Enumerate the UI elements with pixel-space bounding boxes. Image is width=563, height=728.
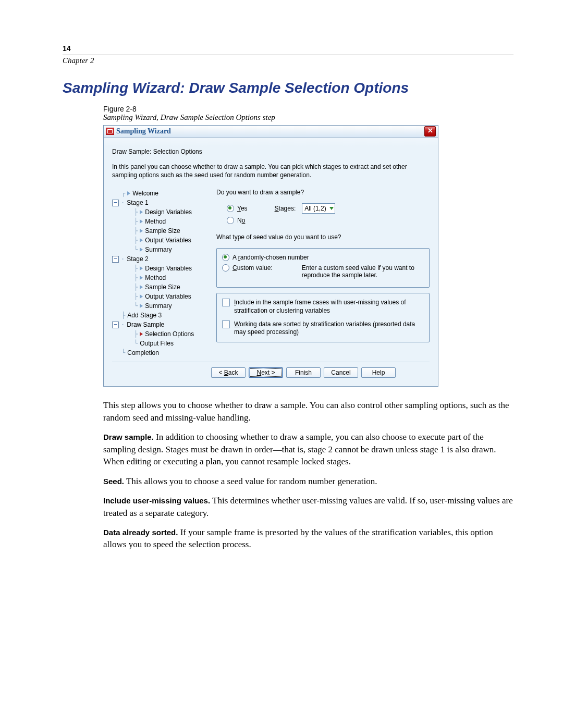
title-bar: Sampling Wizard ✕	[104, 126, 438, 138]
wizard-tree: ┌Welcome −·Stage 1 ├Design Variables ├Me…	[112, 189, 202, 357]
tree-output-variables[interactable]: Output Variables	[145, 236, 191, 245]
app-icon	[106, 128, 114, 135]
question-seed-type: What type of seed value do you want to u…	[216, 233, 430, 241]
lead-das: Data already sorted.	[103, 528, 178, 537]
back-button[interactable]: < Back	[211, 367, 246, 378]
lead-umv: Include user-missing values.	[103, 496, 210, 505]
tree-design-variables[interactable]: Design Variables	[145, 207, 192, 217]
page-number: 14	[63, 44, 513, 53]
radio-yes[interactable]	[227, 205, 234, 212]
dropdown-arrow-icon	[329, 207, 334, 210]
radio-no-label: No	[237, 217, 245, 224]
chevron-right-icon	[140, 276, 143, 280]
panel-subtitle: Draw Sample: Selection Options	[112, 148, 430, 155]
lead-draw-sample: Draw sample.	[103, 433, 154, 441]
body-text: This step allows you to choose whether t…	[103, 399, 513, 551]
checkbox-data-sorted[interactable]	[222, 320, 230, 328]
question-draw-sample: Do you want to draw a sample?	[216, 189, 430, 196]
chevron-right-icon	[127, 191, 130, 195]
tree-method[interactable]: Method	[145, 273, 166, 282]
stages-dropdown[interactable]: All (1,2)	[302, 203, 335, 214]
paragraph-seed: Seed. This allows you to choose a seed v…	[103, 475, 513, 487]
chevron-right-icon	[140, 229, 143, 233]
help-button[interactable]: Help	[361, 367, 396, 378]
radio-random-label: A randomly-chosen number	[232, 254, 309, 261]
checkbox-include-missing-label: Include in the sample frame cases with u…	[234, 299, 424, 315]
chevron-right-icon	[140, 219, 143, 224]
options-panel: Do you want to draw a sample? Yes Stages…	[216, 189, 430, 357]
tree-selection-options[interactable]: Selection Options	[145, 329, 194, 339]
tree-welcome[interactable]: Welcome	[132, 189, 158, 198]
tree-draw-sample[interactable]: Draw Sample	[127, 320, 164, 329]
radio-yes-label: Yes	[237, 205, 248, 212]
chevron-right-icon	[140, 285, 143, 289]
header-rule	[63, 55, 513, 55]
chevron-right-icon	[140, 266, 143, 270]
tree-stage1[interactable]: Stage 1	[127, 198, 148, 207]
window-title: Sampling Wizard	[116, 127, 171, 135]
paragraph-draw-sample: Draw sample. In addition to choosing whe…	[103, 431, 513, 467]
collapse-icon[interactable]: −	[112, 256, 119, 263]
chevron-right-icon	[140, 304, 143, 308]
stages-value: All (1,2)	[304, 205, 326, 212]
chevron-right-icon	[140, 332, 143, 336]
chapter-label: Chapter 2	[63, 56, 513, 65]
sampling-wizard-dialog: Sampling Wizard ✕ Draw Sample: Selection…	[103, 125, 438, 387]
checkbox-include-missing[interactable]	[222, 299, 230, 306]
figure-caption: Sampling Wizard, Draw Sample Selection O…	[103, 113, 513, 122]
chevron-right-icon	[140, 210, 143, 214]
radio-custom-seed[interactable]	[222, 264, 229, 272]
panel-description: In this panel you can choose whether to …	[112, 163, 430, 179]
page: 14 Chapter 2 Sampling Wizard: Draw Sampl…	[0, 0, 563, 589]
collapse-icon[interactable]: −	[112, 200, 119, 206]
tree-sample-size[interactable]: Sample Size	[145, 282, 180, 292]
tree-output-variables[interactable]: Output Variables	[145, 292, 191, 301]
wizard-button-row: < Back Next > Finish Cancel Help	[112, 362, 430, 381]
tree-summary[interactable]: Summary	[145, 245, 172, 254]
collapse-icon[interactable]: −	[112, 322, 119, 328]
tree-output-files[interactable]: Output Files	[140, 339, 174, 348]
figure-label: Figure 2-8	[103, 105, 513, 113]
radio-custom-label: Custom value:	[232, 264, 273, 272]
paragraph-intro: This step allows you to choose whether t…	[103, 399, 513, 424]
next-button[interactable]: Next >	[249, 367, 283, 378]
radio-random-seed[interactable]	[222, 254, 229, 261]
tree-sample-size[interactable]: Sample Size	[145, 226, 180, 236]
chevron-right-icon	[140, 294, 143, 299]
finish-button[interactable]: Finish	[286, 367, 321, 378]
tree-summary[interactable]: Summary	[145, 301, 172, 311]
custom-seed-hint: Enter a custom seed value if you want to…	[302, 264, 422, 279]
seed-group: A randomly-chosen number Custom value: E…	[216, 248, 430, 288]
close-icon[interactable]: ✕	[424, 126, 436, 137]
tree-stage2[interactable]: Stage 2	[127, 254, 148, 264]
misc-options-group: Include in the sample frame cases with u…	[216, 293, 430, 342]
lead-seed: Seed.	[103, 477, 124, 486]
cancel-button[interactable]: Cancel	[324, 367, 358, 378]
checkbox-data-sorted-label: Working data are sorted by stratificatio…	[234, 320, 424, 337]
tree-method[interactable]: Method	[145, 217, 166, 226]
dialog-body: Draw Sample: Selection Options In this p…	[104, 138, 438, 386]
chevron-right-icon	[140, 248, 143, 252]
chevron-right-icon	[140, 238, 143, 242]
paragraph-umv: Include user-missing values. This determ…	[103, 495, 513, 519]
tree-design-variables[interactable]: Design Variables	[145, 264, 192, 273]
stages-label: Stages:	[275, 205, 296, 212]
radio-no[interactable]	[227, 217, 234, 224]
section-heading: Sampling Wizard: Draw Sample Selection O…	[63, 80, 513, 96]
paragraph-das: Data already sorted. If your sample fram…	[103, 526, 513, 551]
tree-add-stage3[interactable]: Add Stage 3	[127, 311, 162, 320]
tree-completion[interactable]: Completion	[127, 348, 159, 357]
